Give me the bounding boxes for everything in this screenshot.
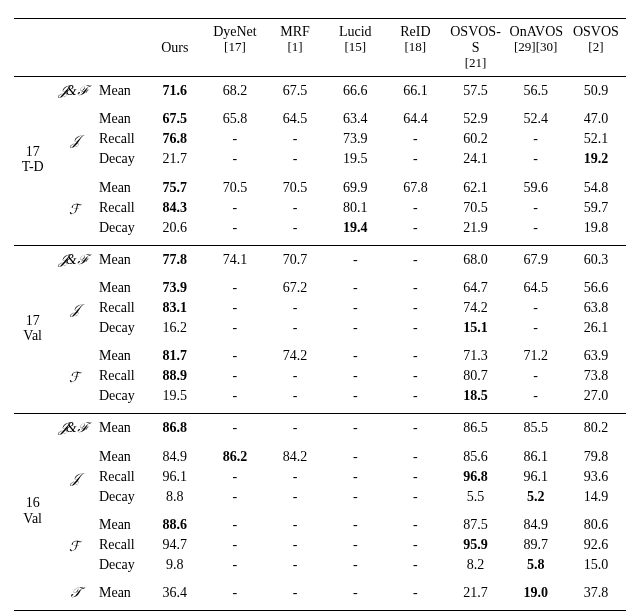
cell: 86.2 <box>205 443 265 467</box>
metric-group: 𝒯 <box>51 579 97 607</box>
cell: - <box>506 218 566 242</box>
cell: 52.9 <box>445 105 505 129</box>
table-row: 16Val𝒥&ℱMean86.8----86.585.580.2 <box>14 414 626 443</box>
cell: - <box>205 487 265 511</box>
table-row: 17Val𝒥&ℱMean77.874.170.7--68.067.960.3 <box>14 245 626 274</box>
cell: 70.5 <box>265 174 325 198</box>
cell: - <box>205 318 265 342</box>
cell: 66.6 <box>325 77 385 106</box>
cell: - <box>506 318 566 342</box>
table-header: Ours DyeNet[17] MRF[1] Lucid[15] ReID[18… <box>14 19 626 77</box>
cell: 16.2 <box>145 318 205 342</box>
table-row: Recall88.9----80.7-73.8 <box>14 366 626 386</box>
dataset-label: 16Val <box>14 414 51 607</box>
metric-group: 𝒥&ℱ <box>51 414 97 443</box>
cell: 68.0 <box>445 245 505 274</box>
table-row: ℱMean88.6----87.584.980.6 <box>14 511 626 535</box>
cell: - <box>325 386 385 410</box>
cell: - <box>385 318 445 342</box>
cell: - <box>506 149 566 173</box>
cell: - <box>265 487 325 511</box>
cell: 8.8 <box>145 487 205 511</box>
cell: - <box>385 149 445 173</box>
table-row: Decay8.8----5.55.214.9 <box>14 487 626 511</box>
cell: 56.6 <box>566 274 626 298</box>
cell: - <box>325 555 385 579</box>
cell: 24.1 <box>445 149 505 173</box>
col-osvos: OSVOS[2] <box>566 22 626 73</box>
cell: - <box>205 298 265 318</box>
cell: 60.3 <box>566 245 626 274</box>
cell: 85.6 <box>445 443 505 467</box>
cell: - <box>385 245 445 274</box>
cell: - <box>385 443 445 467</box>
cell: 71.3 <box>445 342 505 366</box>
table-row: 𝒥Mean73.9-67.2--64.764.556.6 <box>14 274 626 298</box>
table-row: Decay21.7--19.5-24.1-19.2 <box>14 149 626 173</box>
cell: - <box>385 366 445 386</box>
cell: 93.6 <box>566 467 626 487</box>
stat-label: Decay <box>97 487 145 511</box>
cell: 59.7 <box>566 198 626 218</box>
results-table: Ours DyeNet[17] MRF[1] Lucid[15] ReID[18… <box>14 18 626 611</box>
cell: 73.9 <box>145 274 205 298</box>
cell: 88.6 <box>145 511 205 535</box>
cell: 63.9 <box>566 342 626 366</box>
stat-label: Decay <box>97 218 145 242</box>
cell: 15.0 <box>566 555 626 579</box>
cell: - <box>385 218 445 242</box>
cell: 73.8 <box>566 366 626 386</box>
cell: 8.2 <box>445 555 505 579</box>
cell: - <box>506 198 566 218</box>
stat-label: Mean <box>97 342 145 366</box>
cell: - <box>385 487 445 511</box>
metric-group: ℱ <box>51 511 97 579</box>
cell: 86.8 <box>145 414 205 443</box>
cell: - <box>205 555 265 579</box>
table-row: Decay16.2----15.1-26.1 <box>14 318 626 342</box>
cell: 19.5 <box>145 386 205 410</box>
cell: 65.8 <box>205 105 265 129</box>
cell: 62.1 <box>445 174 505 198</box>
cell: 79.8 <box>566 443 626 467</box>
stat-label: Recall <box>97 129 145 149</box>
stat-label: Mean <box>97 274 145 298</box>
cell: 69.9 <box>325 174 385 198</box>
cell: 80.7 <box>445 366 505 386</box>
cell: - <box>265 198 325 218</box>
cell: 85.5 <box>506 414 566 443</box>
table-row: 𝒥Mean84.986.284.2--85.686.179.8 <box>14 443 626 467</box>
cell: 71.6 <box>145 77 205 106</box>
cell: 73.9 <box>325 129 385 149</box>
stat-label: Recall <box>97 467 145 487</box>
cell: - <box>205 467 265 487</box>
cell: - <box>265 129 325 149</box>
metric-group: 𝒥&ℱ <box>51 77 97 106</box>
table-row: 17T-D𝒥&ℱMean71.668.267.566.666.157.556.5… <box>14 77 626 106</box>
cell: 84.9 <box>145 443 205 467</box>
cell: 74.1 <box>205 245 265 274</box>
cell: 96.8 <box>445 467 505 487</box>
cell: - <box>385 274 445 298</box>
cell: 70.5 <box>205 174 265 198</box>
col-osvoss: OSVOS-S[21] <box>445 22 505 73</box>
stat-label: Recall <box>97 535 145 555</box>
cell: 75.7 <box>145 174 205 198</box>
cell: - <box>265 298 325 318</box>
cell: - <box>325 467 385 487</box>
cell: 57.5 <box>445 77 505 106</box>
cell: 21.7 <box>445 579 505 607</box>
cell: 96.1 <box>506 467 566 487</box>
cell: 86.1 <box>506 443 566 467</box>
col-onavos: OnAVOS[29][30] <box>506 22 566 73</box>
cell: - <box>205 198 265 218</box>
stat-label: Decay <box>97 149 145 173</box>
cell: - <box>506 298 566 318</box>
cell: 19.2 <box>566 149 626 173</box>
cell: 81.7 <box>145 342 205 366</box>
cell: 96.1 <box>145 467 205 487</box>
cell: - <box>385 298 445 318</box>
cell: - <box>506 386 566 410</box>
cell: - <box>265 318 325 342</box>
stat-label: Recall <box>97 198 145 218</box>
